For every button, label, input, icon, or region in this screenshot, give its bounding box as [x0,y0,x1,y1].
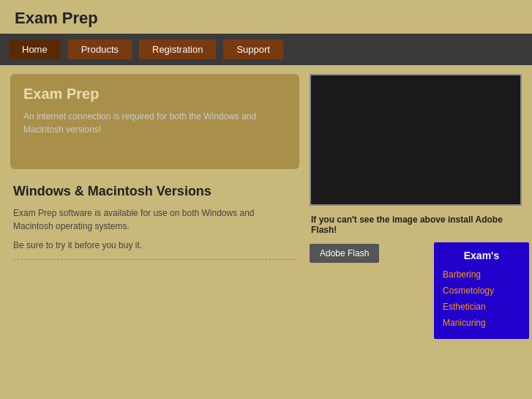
main-nav: Home Products Registration Support [0,34,532,65]
windows-paragraph1: Exam Prep software is available for use … [13,206,296,233]
list-item: Manicuring [443,316,520,329]
nav-products[interactable]: Products [68,40,132,59]
intro-description: An internet connection is required for b… [23,110,286,136]
site-header: Exam Prep [0,0,532,34]
nav-home[interactable]: Home [9,40,61,59]
flash-video [310,74,522,206]
exam-link-cosmetology[interactable]: Cosmetology [443,286,494,296]
list-item: Barbering [443,267,520,280]
exams-box: Exam's Barbering Cosmetology Esthetician… [434,242,529,339]
site-title: Exam Prep [15,9,517,28]
left-panel: Exam Prep An internet connection is requ… [10,74,299,267]
exam-link-esthetician[interactable]: Esthetician [443,302,486,312]
windows-section: Windows & Macintosh Versions Exam Prep s… [10,176,299,267]
exam-link-manicuring[interactable]: Manicuring [443,318,486,328]
list-item: Cosmetology [443,283,520,297]
windows-heading: Windows & Macintosh Versions [13,184,296,199]
exams-list: Barbering Cosmetology Esthetician Manicu… [443,267,520,329]
nav-support[interactable]: Support [223,40,283,59]
intro-box: Exam Prep An internet connection is requ… [10,74,299,169]
intro-heading: Exam Prep [23,86,286,102]
flash-caption: If you can't see the image above install… [310,212,522,238]
adobe-flash-button[interactable]: Adobe Flash [310,244,379,263]
exam-link-barbering[interactable]: Barbering [443,269,481,280]
right-panel: If you can't see the image above install… [310,74,522,267]
exams-heading: Exam's [443,250,520,261]
main-content: Exam Prep An internet connection is requ… [0,65,532,276]
windows-paragraph2: Be sure to try it before you buy it. [13,239,296,252]
list-item: Esthetician [443,299,520,313]
section-divider [13,259,296,260]
nav-registration[interactable]: Registration [139,40,216,59]
